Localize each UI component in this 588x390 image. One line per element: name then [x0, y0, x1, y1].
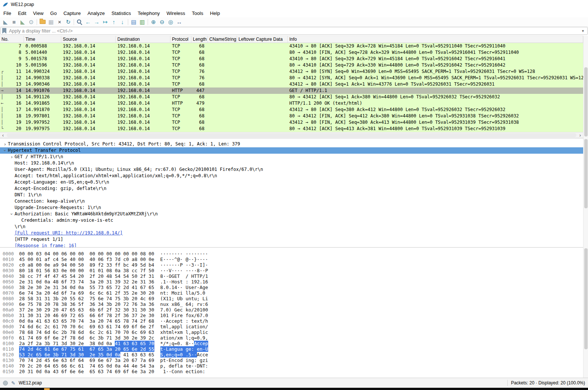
packet-row-12[interactable]: │1214.990338192.168.0.14192.168.0.14TCP7… — [0, 75, 583, 81]
hex-row-0110[interactable]: 011074 2d 4c 61 6e 67 75 61 67 65 3a 20 … — [3, 346, 583, 352]
column-header-cnamestring[interactable]: CNameString — [208, 36, 237, 43]
packet-row-19[interactable]: │1919.997952192.168.0.14192.168.0.14TCP6… — [0, 119, 583, 126]
go-back-button[interactable]: ← — [84, 18, 92, 26]
detail-row[interactable]: [Full request URI: http://192.168.0.14/] — [0, 230, 583, 236]
detail-row[interactable]: ›Hypertext Transfer Protocol — [0, 147, 583, 154]
column-header-destination[interactable]: Destination — [116, 36, 170, 43]
menu-edit[interactable]: Edit — [15, 10, 30, 17]
resize-columns-button[interactable]: ↔ — [175, 18, 184, 26]
hex-scroll-thumb[interactable] — [584, 248, 588, 349]
hex-row-0070[interactable]: 00706e 74 3a 20 4d 6f 7a 69 6c 6c 61 2f … — [3, 290, 583, 296]
column-header-no[interactable]: No. — [0, 36, 24, 43]
packet-row-9[interactable]: 95.001578192.168.0.14192.168.0.14TCP6843… — [0, 56, 583, 62]
column-header-length[interactable]: Length — [191, 36, 208, 43]
close-file-button[interactable]: × — [55, 18, 64, 26]
detail-row[interactable]: \r\n — [0, 224, 583, 230]
zoom-in-button[interactable]: ⊕ — [149, 18, 158, 26]
detail-row[interactable]: Connection: keep-alive\r\n — [0, 198, 583, 205]
detail-row[interactable]: ›Transmission Control Protocol, Src Port… — [0, 141, 583, 147]
packet-row-18[interactable]: │1819.997801192.168.0.14192.168.0.14TCP6… — [0, 113, 583, 119]
hex-row-0130[interactable]: 013070 74 2d 45 6e 63 6f 64 69 6e 67 3a … — [3, 357, 583, 363]
menu-capture[interactable]: Capture — [60, 10, 84, 17]
column-header-source[interactable]: Source — [61, 36, 116, 43]
packet-row-11[interactable]: ┌1114.990324192.168.0.14192.168.0.14TCP7… — [0, 68, 583, 75]
hex-row-0120[interactable]: 012053 2c 65 6e 3b 71 3d 30 2e 35 0d 0a … — [3, 352, 583, 357]
menu-tools[interactable]: Tools — [188, 10, 206, 17]
packet-row-10[interactable]: 105.001596192.168.0.14192.168.0.14TCP688… — [0, 62, 583, 68]
details-vertical-scrollbar[interactable] — [583, 138, 588, 247]
menu-go[interactable]: Go — [47, 10, 60, 17]
filter-bookmark-icon[interactable] — [2, 28, 6, 34]
menu-statistics[interactable]: Statistics — [108, 10, 134, 17]
hex-row-0000[interactable]: 000000 00 03 04 00 06 00 00 00 00 00 00 … — [3, 251, 583, 257]
column-header-info[interactable]: Info — [288, 36, 583, 43]
detail-row[interactable]: [Response in frame: 16] — [0, 243, 583, 247]
hex-row-00e0[interactable]: 00e078 68 74 6d 6c 2b 78 6d 6c 2c 61 70 … — [3, 329, 583, 335]
menu-wireless[interactable]: Wireless — [163, 10, 188, 17]
scroll-left-arrow-icon[interactable]: ‹ — [0, 133, 6, 138]
hex-row-00f0[interactable]: 00f061 74 69 6f 6e 2f 78 6d 6c 3b 71 3d … — [3, 335, 583, 341]
collapse-arrow-icon[interactable]: › — [9, 211, 15, 217]
go-to-bottom-button[interactable]: ↓ — [118, 18, 127, 26]
column-header-time[interactable]: Time — [24, 36, 61, 43]
menu-view[interactable]: View — [30, 10, 47, 17]
go-to-top-button[interactable]: ↑ — [110, 18, 118, 26]
packet-list-horizontal-scrollbar[interactable]: ‹ › — [0, 132, 583, 138]
open-file-button[interactable] — [38, 18, 47, 26]
hex-row-0020[interactable]: 0020c0 a8 00 0e a9 94 00 50 89 f2 33 ff … — [3, 262, 583, 268]
packet-list-vertical-scrollbar[interactable] — [583, 36, 588, 138]
detail-row[interactable]: [HTTP request 1/1] — [0, 236, 583, 243]
packet-row-8[interactable]: 85.001440192.168.0.14192.168.0.14TCP6880… — [0, 49, 583, 56]
filter-dropdown-arrow-icon[interactable]: ▼ — [581, 29, 586, 33]
column-header-leftover-capture-data[interactable]: Leftover Capture Data — [237, 36, 288, 43]
hex-row-0050[interactable]: 00502e 31 0d 0a 48 6f 73 74 3a 20 31 39 … — [3, 279, 583, 285]
hex-row-0080[interactable]: 008028 58 31 31 3b 20 55 62 75 6e 74 75 … — [3, 296, 583, 301]
packet-list-scroll-thumb[interactable] — [584, 67, 588, 136]
hex-row-0140[interactable]: 014070 2c 20 64 65 66 6c 61 74 65 0d 0a … — [3, 363, 583, 369]
menu-analyze[interactable]: Analyze — [84, 10, 108, 17]
zoom-100-button[interactable]: ◎ — [166, 18, 175, 26]
capture-comment-icon[interactable]: ✎ — [11, 380, 15, 386]
capture-options-button[interactable]: ⊙ — [27, 18, 36, 26]
details-scroll-thumb[interactable] — [584, 139, 588, 208]
packet-row-13[interactable]: │1314.990346192.168.0.14192.168.0.14TCP6… — [0, 81, 583, 87]
collapse-arrow-icon[interactable]: › — [2, 148, 8, 153]
expand-arrow-icon[interactable]: › — [2, 141, 8, 147]
detail-row[interactable]: ›Authorization: Basic YWRtaW46bXktdm9pY2… — [0, 211, 583, 217]
expand-arrow-icon[interactable]: › — [9, 154, 15, 160]
hex-row-0040[interactable]: 004038 cc 7f 4f 47 45 54 20 2f 20 48 54 … — [3, 273, 583, 279]
find-packet-button[interactable] — [75, 18, 84, 26]
packet-row-20[interactable]: └2019.997975192.168.0.14192.168.0.14TCP6… — [0, 126, 583, 132]
go-forward-button[interactable]: → — [92, 18, 101, 26]
save-file-button[interactable]: ▦ — [47, 18, 55, 26]
detail-row[interactable]: Credentials: admin:my-voice-is-etc — [0, 217, 583, 224]
menu-help[interactable]: Help — [207, 10, 224, 17]
detail-row[interactable]: User-Agent: Mozilla/5.0 (X11; Ubuntu; Li… — [0, 166, 583, 173]
hex-row-0060[interactable]: 006038 2e 30 2e 31 34 0d 0a 55 73 65 72 … — [3, 285, 583, 290]
hex-row-0090[interactable]: 00906e 75 78 20 78 38 36 5f 36 34 3b 20 … — [3, 301, 583, 307]
hex-row-00d0[interactable]: 00d074 6d 6c 2c 61 70 70 6c 69 63 61 74 … — [3, 324, 583, 329]
capture-start-button[interactable]: ◣ — [1, 18, 10, 26]
horizontal-scroll-thumb[interactable] — [7, 133, 576, 137]
capture-restart-button[interactable]: ◣ — [18, 18, 27, 26]
autoscroll-button[interactable]: ▤ — [129, 18, 138, 26]
hex-row-00b0[interactable]: 00b031 30 31 20 46 69 72 65 66 6f 78 2f … — [3, 313, 583, 318]
capture-stop-button[interactable]: ■ — [10, 18, 18, 26]
detail-row[interactable]: Accept-Language: en-US,en;q=0.5\r\n — [0, 179, 583, 185]
zoom-out-button[interactable]: ⊖ — [158, 18, 166, 26]
menu-file[interactable]: File — [0, 10, 15, 17]
expert-info-icon[interactable] — [3, 381, 8, 386]
packet-row-7[interactable]: 70.000588192.168.0.14192.168.0.14TCP6843… — [0, 43, 583, 49]
display-filter-input[interactable] — [8, 28, 579, 34]
packet-row-16[interactable]: ←1614.991865192.168.0.14192.168.0.14HTTP… — [0, 100, 583, 107]
detail-row[interactable]: Upgrade-Insecure-Requests: 1\r\n — [0, 205, 583, 211]
column-header-protocol[interactable]: Protocol — [170, 36, 191, 43]
hex-row-00a0[interactable]: 00a037 2e 30 29 20 47 65 63 6b 6f 2f 32 … — [3, 307, 583, 313]
packet-row-15[interactable]: │1514.991126192.168.0.14192.168.0.14TCP6… — [0, 94, 583, 100]
colorize-button[interactable]: ▥ — [138, 18, 147, 26]
hex-row-0030[interactable]: 003080 18 01 56 83 0e 00 00 01 01 08 0a … — [3, 268, 583, 273]
detail-row[interactable]: Accept: text/html,application/xhtml+xml,… — [0, 173, 583, 179]
detail-row[interactable]: ›GET / HTTP/1.1\r\n — [0, 154, 583, 160]
hex-vertical-scrollbar[interactable] — [583, 247, 588, 378]
reload-file-button[interactable]: ↻ — [64, 18, 73, 26]
